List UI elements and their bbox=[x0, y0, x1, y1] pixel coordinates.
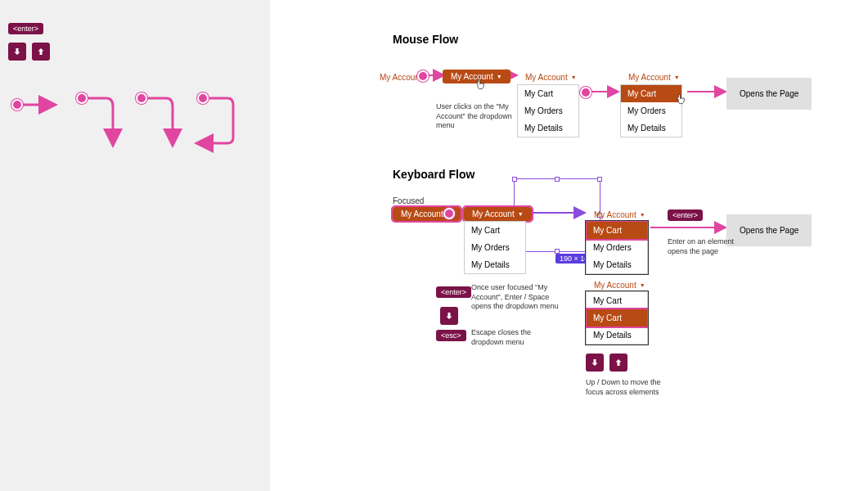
arrow-up-button[interactable] bbox=[609, 354, 627, 372]
section-title-mouse: Mouse Flow bbox=[393, 33, 458, 46]
cursor-hand-icon bbox=[474, 79, 488, 92]
menu-item[interactable]: My Details bbox=[587, 256, 647, 273]
menu-item-focused[interactable]: My Cart bbox=[587, 222, 647, 239]
main-canvas: Mouse Flow My Account▼ My Account▼ User … bbox=[270, 0, 868, 491]
dropdown-link[interactable]: My Account▼ bbox=[517, 70, 585, 84]
sidebar: <enter> bbox=[0, 0, 270, 491]
dropdown-menu[interactable]: My Cart My Orders My Details bbox=[517, 84, 579, 137]
arrow-down-button[interactable] bbox=[440, 307, 458, 325]
flow-dot bbox=[443, 208, 455, 219]
dropdown-link[interactable]: My Account▼ bbox=[586, 208, 654, 222]
dropdown-link[interactable]: My Account▼ bbox=[371, 70, 439, 84]
caption: Up / Down to move the focus across eleme… bbox=[586, 378, 668, 397]
caption: User clicks on the "My Account" the drop… bbox=[436, 102, 526, 131]
dropdown-pill-focused[interactable]: My Account▼ bbox=[464, 207, 532, 221]
arrow-down-button[interactable] bbox=[586, 354, 604, 372]
menu-item[interactable]: My Cart bbox=[465, 222, 525, 239]
caption: Escape closes the dropdown menu bbox=[471, 328, 561, 347]
enter-key-badge[interactable]: <enter> bbox=[8, 23, 43, 34]
enter-key-badge: <enter> bbox=[668, 209, 703, 221]
menu-item[interactable]: My Orders bbox=[518, 102, 578, 119]
page-result-box: Opens the Page bbox=[726, 78, 812, 110]
flow-dot bbox=[580, 87, 591, 98]
dropdown-menu[interactable]: My Cart My Cart My Details bbox=[586, 291, 648, 345]
connector-dot[interactable] bbox=[11, 99, 23, 110]
dropdown-link[interactable]: My Account▼ bbox=[586, 278, 654, 292]
dropdown-menu[interactable]: My Cart My Orders My Details bbox=[464, 221, 526, 274]
menu-item-focused[interactable]: My Cart bbox=[587, 309, 647, 327]
caption: Enter on an element opens the page bbox=[668, 237, 741, 256]
caption: Once user focused "My Account", Enter / … bbox=[471, 283, 561, 312]
menu-item[interactable]: My Details bbox=[518, 119, 578, 137]
cursor-hand-icon bbox=[675, 93, 688, 106]
focused-label: Focused bbox=[393, 196, 424, 205]
menu-item[interactable]: My Details bbox=[621, 119, 681, 137]
section-title-keyboard: Keyboard Flow bbox=[393, 168, 474, 181]
connector-dot[interactable] bbox=[197, 92, 209, 104]
enter-key-badge: <enter> bbox=[436, 286, 471, 298]
arrow-up-button[interactable] bbox=[32, 43, 50, 61]
menu-item[interactable]: My Details bbox=[587, 327, 647, 344]
menu-item[interactable]: My Orders bbox=[621, 102, 681, 119]
connector-shapes bbox=[8, 90, 262, 172]
connector-dot[interactable] bbox=[136, 92, 147, 104]
menu-item[interactable]: My Cart bbox=[587, 292, 647, 309]
connector-dot[interactable] bbox=[76, 92, 88, 104]
dropdown-menu[interactable]: My Cart My Orders My Details bbox=[620, 84, 682, 137]
menu-item[interactable]: My Cart bbox=[621, 85, 681, 102]
dropdown-link[interactable]: My Account▼ bbox=[620, 70, 688, 84]
menu-item[interactable]: My Orders bbox=[465, 239, 525, 256]
menu-item[interactable]: My Details bbox=[465, 256, 525, 273]
dropdown-menu[interactable]: My Cart My Orders My Details bbox=[586, 221, 648, 274]
esc-key-badge: <esc> bbox=[436, 330, 466, 341]
menu-item[interactable]: My Orders bbox=[587, 239, 647, 256]
menu-item[interactable]: My Cart bbox=[518, 85, 578, 102]
arrow-down-button[interactable] bbox=[8, 43, 26, 61]
flow-dot bbox=[417, 70, 429, 82]
